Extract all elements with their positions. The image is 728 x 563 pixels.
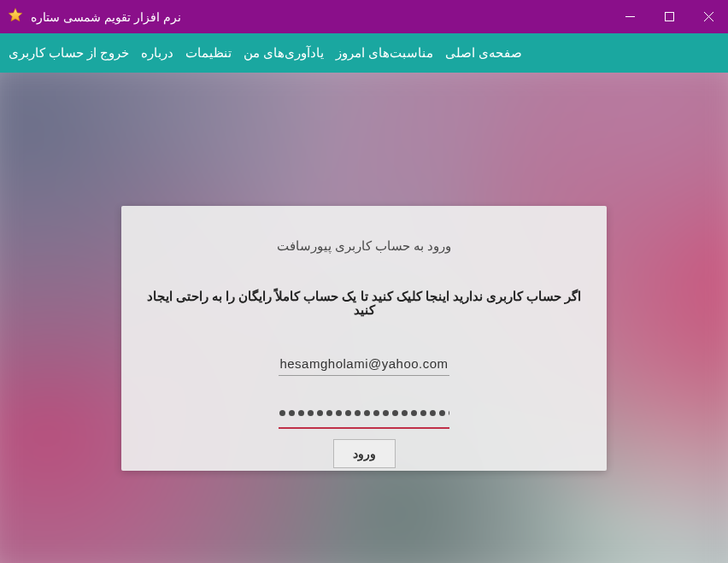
password-dot (326, 410, 332, 416)
menu-about[interactable]: درباره (141, 46, 173, 60)
menu-occasions[interactable]: مناسبت‌های امروز (336, 46, 433, 60)
password-dot (289, 410, 295, 416)
password-dot (383, 410, 389, 416)
menu-settings[interactable]: تنظیمات (185, 46, 232, 60)
star-icon (7, 7, 24, 27)
app-title: نرم افزار تقویم شمسی ستاره (31, 10, 181, 24)
password-dot (402, 410, 408, 416)
password-dot (336, 410, 342, 416)
signup-link[interactable]: اگر حساب کاربری ندارید اینجا کلیک کنید ت… (138, 290, 590, 317)
password-dot (308, 410, 314, 416)
menu-bar: صفحه‌ی اصلی مناسبت‌های امروز یادآوری‌های… (0, 33, 728, 73)
title-bar: نرم افزار تقویم شمسی ستاره (0, 0, 728, 33)
password-dot (355, 410, 361, 416)
email-field[interactable] (279, 351, 449, 375)
password-dot (317, 410, 323, 416)
menu-logout[interactable]: خروج از حساب کاربری (9, 46, 129, 60)
close-button[interactable] (689, 0, 728, 33)
minimize-button[interactable] (610, 0, 649, 33)
password-dot (279, 410, 285, 416)
password-dot (364, 410, 370, 416)
menu-reminders[interactable]: یادآوری‌های من (244, 46, 324, 60)
maximize-button[interactable] (649, 0, 689, 33)
content-area: ورود به حساب کاربری پیورسافت اگر حساب کا… (0, 73, 728, 563)
password-dot (392, 410, 398, 416)
login-card: ورود به حساب کاربری پیورسافت اگر حساب کا… (121, 206, 607, 471)
password-dot (439, 410, 445, 416)
password-dot (449, 410, 450, 416)
email-field-wrapper (279, 351, 449, 376)
password-dot (298, 410, 304, 416)
password-dot (430, 410, 436, 416)
password-dot (411, 410, 417, 416)
login-title: ورود به حساب کاربری پیورسافت (138, 238, 590, 254)
password-dot (373, 410, 379, 416)
email-underline (279, 375, 449, 376)
password-dot (345, 410, 351, 416)
login-button[interactable]: ورود (333, 439, 396, 468)
menu-home[interactable]: صفحه‌ی اصلی (445, 46, 522, 60)
title-bar-left: نرم افزار تقویم شمسی ستاره (0, 7, 181, 27)
password-underline (279, 427, 449, 429)
svg-rect-1 (665, 13, 673, 21)
window-controls (610, 0, 728, 33)
password-field[interactable] (279, 402, 449, 422)
password-dot (420, 410, 426, 416)
